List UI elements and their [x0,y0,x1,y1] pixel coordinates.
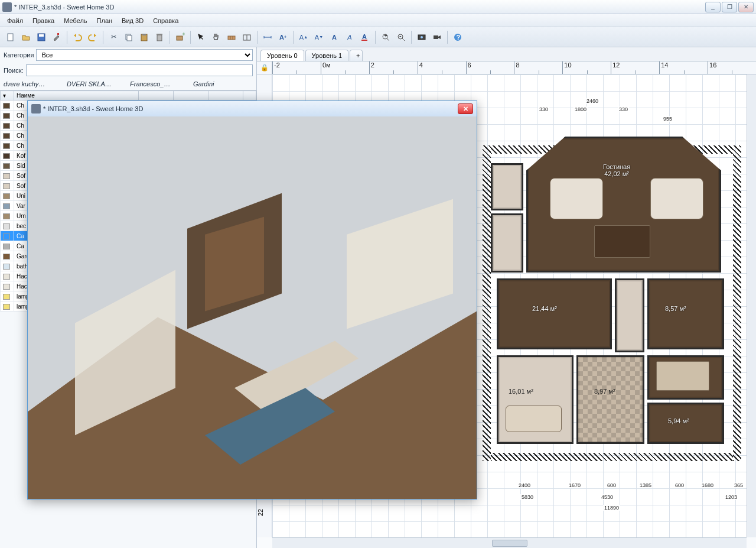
open-icon[interactable] [19,30,33,44]
catalog-item[interactable]: Francesco_… [130,80,190,87]
catalog-grid: dvere kuchy… DVERI SKLA… Francesco_… Gar… [0,78,256,90]
floating-3d-window[interactable]: * INTER_3.sh3d - Sweet Home 3D ✕ [27,100,477,500]
search-input[interactable] [26,64,253,76]
svg-text:?: ? [457,34,461,41]
select-icon[interactable] [194,30,208,44]
svg-rect-5 [127,35,132,41]
room-area: 42,02 м² [604,170,629,177]
floating-title: * INTER_3.sh3d - Sweet Home 3D [43,105,458,112]
redo-icon[interactable] [86,30,100,44]
ruler-tick: 16 [708,61,756,74]
delete-icon[interactable] [152,30,167,44]
maximize-button[interactable]: ❐ [722,2,737,12]
increase-text-icon[interactable]: A▲ [296,30,311,44]
svg-rect-12 [228,36,235,40]
tab-level-0[interactable]: Уровень 0 [260,50,304,61]
category-select[interactable]: Все [36,49,253,61]
menu-plan[interactable]: План [92,16,118,25]
tab-add[interactable]: + [350,50,363,61]
view-3d[interactable] [28,116,477,499]
close-button[interactable]: ✕ [738,2,754,12]
toolbar-color-icon[interactable]: A [358,30,372,44]
ruler-tick: -2 [272,61,321,74]
dimension: 1680 [700,482,715,488]
cut-icon[interactable]: ✂ [106,30,120,44]
dimension: 2400 [517,482,532,488]
create-rooms-icon[interactable] [240,30,254,44]
dimension: 4530 [600,494,614,500]
dimension: 1385 [638,482,653,488]
floating-close-button[interactable]: ✕ [458,103,473,114]
ruler-tick: 10 [562,61,611,74]
room-area: 21,44 м² [532,305,557,312]
create-text-icon[interactable]: A+ [276,30,290,44]
svg-point-27 [421,36,423,38]
ruler-tick: 14 [659,61,708,74]
search-label: Поиск: [4,67,24,74]
ruler-tick: 4 [418,61,466,74]
create-walls-icon[interactable] [224,30,239,44]
create-dimensions-icon[interactable] [260,30,275,44]
svg-rect-19 [361,40,367,41]
create-photo-icon[interactable] [415,30,429,44]
bold-icon[interactable]: A [327,30,341,44]
room-area: 5,94 м² [668,417,689,424]
catalog-item[interactable]: Gardini [193,80,253,87]
menu-3dview[interactable]: Вид 3D [117,16,148,25]
italic-icon[interactable]: A [343,30,357,44]
tab-level-1[interactable]: Уровень 1 [305,50,349,61]
copy-icon[interactable] [122,30,136,44]
dimension: 1203 [724,494,738,500]
svg-text:+: + [384,33,387,39]
dimension: 2460 [585,98,599,104]
scrollbar-vertical[interactable] [747,74,756,537]
scrollbar-horizontal[interactable] [272,537,747,548]
svg-rect-0 [8,34,13,41]
decrease-text-icon[interactable]: A▼ [312,30,326,44]
minimize-button[interactable]: _ [705,2,721,12]
zoom-in-icon[interactable]: + [379,30,393,44]
dimension: 11890 [603,505,620,511]
undo-icon[interactable] [70,30,84,44]
zoom-out-icon[interactable]: - [394,30,408,44]
col-name[interactable]: Наиме [14,91,139,100]
svg-rect-2 [39,34,44,37]
create-video-icon[interactable] [430,30,444,44]
add-furniture-icon[interactable]: + [173,30,187,44]
dimension: 600 [674,482,685,488]
paste-icon[interactable] [137,30,151,44]
dimension: 330 [538,106,549,112]
catalog-item[interactable]: DVERI SKLA… [67,80,126,87]
app-icon [2,2,12,12]
menu-file[interactable]: Файл [2,16,28,25]
app-icon [31,104,41,114]
menubar: Файл Правка Мебель План Вид 3D Справка [0,14,756,27]
svg-text:A: A [362,33,367,40]
dimension: 600 [606,482,617,488]
svg-text:+: + [182,33,185,37]
menu-help[interactable]: Справка [148,16,183,25]
dimension: 1670 [568,482,582,488]
menu-furniture[interactable]: Мебель [59,16,92,25]
vruler-tick: 22 [257,509,264,516]
room-area: 8,57 м² [665,305,686,312]
room-area: 8,97 м² [594,388,615,395]
ruler-tick: 6 [466,61,514,74]
room-area: 16,01 м² [509,388,533,395]
svg-text:-: - [399,33,402,39]
ruler-tick: 2 [369,61,418,74]
svg-rect-9 [157,34,162,35]
help-icon[interactable]: ? [451,30,465,44]
new-icon[interactable] [4,30,18,44]
dimension: 1800 [573,106,588,112]
menu-edit[interactable]: Правка [28,16,59,25]
pan-icon[interactable] [209,30,223,44]
dimension: 955 [662,116,673,122]
preferences-icon[interactable] [50,30,64,44]
lock-icon[interactable]: 🔒 [257,61,272,74]
catalog-item[interactable]: dvere kuchy… [4,80,63,87]
floating-titlebar[interactable]: * INTER_3.sh3d - Sweet Home 3D ✕ [28,101,477,116]
toolbar: ✂ + A+ A▲ A▼ A A A + - ? [0,27,756,47]
svg-rect-8 [157,35,162,41]
save-icon[interactable] [34,30,48,44]
